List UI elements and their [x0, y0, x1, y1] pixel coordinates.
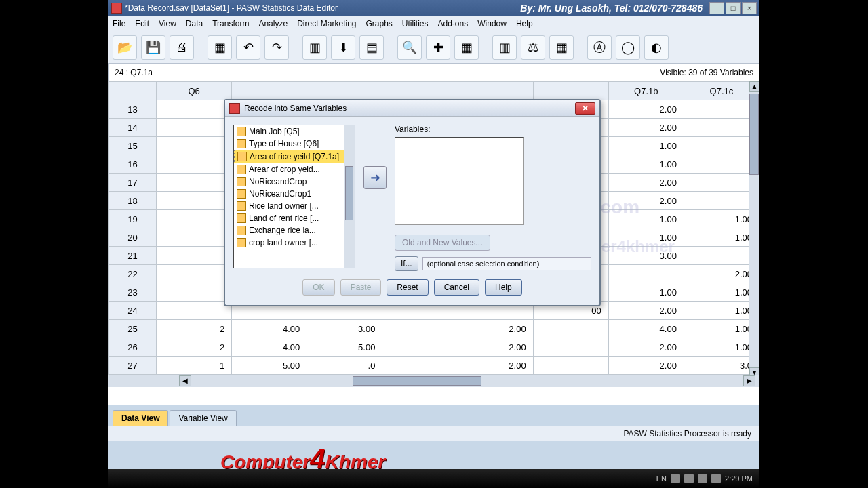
list-item[interactable]: Arear of crop yeid...	[234, 163, 355, 176]
variable-icon	[237, 214, 246, 223]
menu-addons[interactable]: Add-ons	[438, 19, 469, 28]
titlebar: *Data Record.sav [DataSet1] - PASW Stati…	[108, 0, 760, 16]
menubar: File Edit View Data Transform Analyze Di…	[108, 16, 760, 31]
scroll-right-icon[interactable]: ▶	[743, 375, 755, 386]
network-icon[interactable]	[711, 474, 721, 483]
insert-cases-icon[interactable]: ✚	[426, 35, 450, 60]
recall-dialog-icon[interactable]: ▦	[208, 35, 232, 60]
vertical-scrollbar[interactable]: ▲ ▼	[749, 81, 760, 378]
dialog-buttons: OK Paste Reset Cancel Help	[225, 279, 599, 305]
list-scroll-thumb[interactable]	[345, 166, 353, 220]
list-item[interactable]: Rice land owner [...	[234, 200, 355, 212]
tray-icon[interactable]	[671, 474, 680, 483]
view-tabs: Data View Variable View	[108, 405, 760, 426]
menu-direct-marketing[interactable]: Direct Marketing	[297, 19, 356, 28]
variable-icon	[237, 226, 246, 235]
vertical-scroll-thumb[interactable]	[749, 94, 759, 175]
list-item[interactable]: Type of House [Q6]	[234, 138, 355, 150]
status-text: PASW Statistics Processor is ready	[624, 429, 752, 439]
split-file-icon[interactable]: ▥	[492, 35, 517, 60]
cell-reference: 24 : Q7.1a	[109, 68, 224, 77]
window-title: *Data Record.sav [DataSet1] - PASW Stati…	[125, 3, 520, 13]
horizontal-scroll-thumb[interactable]	[353, 376, 481, 386]
tab-variable-view[interactable]: Variable View	[170, 410, 236, 426]
value-labels-icon[interactable]: Ⓐ	[587, 35, 612, 60]
goto-case-icon[interactable]: ▥	[302, 35, 327, 60]
undo-icon[interactable]: ↶	[236, 35, 260, 60]
menu-help[interactable]: Help	[516, 19, 533, 28]
old-new-values-button[interactable]: Old and New Values...	[395, 235, 490, 251]
variable-icon	[237, 189, 246, 199]
title-byline: By: Mr. Ung Lasokh, Tel: 012/070-728486	[520, 3, 703, 14]
visible-variables: Visible: 39 of 39 Variables	[654, 68, 759, 77]
minimize-button[interactable]: _	[709, 2, 724, 14]
list-item[interactable]: NoRiceandCrop	[234, 176, 355, 188]
variables-icon[interactable]: ▤	[359, 35, 384, 60]
menu-data[interactable]: Data	[186, 19, 203, 28]
list-item[interactable]: Main Job [Q5]	[234, 125, 355, 138]
dialog-close-button[interactable]: ✕	[575, 102, 595, 115]
weight-cases-icon[interactable]: ⚖	[521, 35, 545, 60]
dialog-titlebar: Recode into Same Variables ✕	[225, 100, 599, 117]
menu-edit[interactable]: Edit	[135, 19, 149, 28]
list-item[interactable]: Exchange rice la...	[234, 224, 355, 237]
list-item[interactable]: NoRiceandCrop1	[234, 188, 355, 200]
menu-graphs[interactable]: Graphs	[366, 19, 392, 28]
if-button[interactable]: If...	[395, 256, 418, 271]
variable-icon	[237, 152, 247, 161]
list-item[interactable]: Area of rice yeild [Q7.1a]	[234, 150, 355, 163]
list-item[interactable]: Land of rent rice [...	[234, 212, 355, 224]
menu-transform[interactable]: Transform	[212, 19, 249, 28]
redo-icon[interactable]: ↷	[264, 35, 289, 60]
find-icon[interactable]: 🔍	[397, 35, 422, 60]
scroll-left-icon[interactable]: ◀	[179, 375, 191, 386]
statusbar: PASW Statistics Processor is ready	[108, 426, 760, 441]
dialog-title: Recode into Same Variables	[244, 104, 575, 113]
tray-icon[interactable]	[684, 474, 694, 483]
cancel-button[interactable]: Cancel	[434, 279, 479, 296]
app-icon	[111, 3, 122, 14]
list-scrollbar[interactable]	[344, 125, 355, 268]
menu-utilities[interactable]: Utilities	[402, 19, 429, 28]
infobar: 24 : Q7.1a Visible: 39 of 39 Variables	[108, 64, 760, 81]
variable-icon	[237, 177, 246, 186]
open-icon[interactable]: 📂	[113, 35, 137, 60]
system-tray[interactable]: EN 2:29 PM	[656, 474, 753, 483]
clock[interactable]: 2:29 PM	[725, 474, 753, 483]
tab-data-view[interactable]: Data View	[113, 410, 168, 426]
use-sets-icon[interactable]: ◯	[616, 35, 640, 60]
horizontal-scrollbar[interactable]: ◀ ▶	[108, 375, 760, 387]
scroll-up-icon[interactable]: ▲	[749, 81, 760, 92]
variable-icon	[237, 201, 246, 211]
variable-icon	[237, 139, 246, 148]
paste-button[interactable]: Paste	[340, 279, 382, 296]
show-all-icon[interactable]: ◐	[644, 35, 669, 60]
source-variable-list[interactable]: Main Job [Q5]Type of House [Q6]Area of r…	[233, 125, 355, 268]
help-button[interactable]: Help	[485, 279, 522, 296]
save-icon[interactable]: 💾	[141, 35, 165, 60]
maximize-button[interactable]: □	[726, 2, 741, 14]
menu-analyze[interactable]: Analyze	[258, 19, 288, 28]
recode-dialog: Recode into Same Variables ✕ Main Job [Q…	[224, 99, 601, 306]
menu-window[interactable]: Window	[477, 19, 507, 28]
variable-icon	[237, 127, 246, 136]
toolbar: 📂 💾 🖨 ▦ ↶ ↷ ▥ ⬇ ▤ 🔍 ✚ ▦ ▥ ⚖ ▦ Ⓐ ◯ ◐	[108, 31, 760, 64]
language-indicator[interactable]: EN	[656, 474, 667, 483]
select-cases-icon[interactable]: ▦	[549, 35, 574, 60]
menu-view[interactable]: View	[159, 19, 176, 28]
ok-button[interactable]: OK	[302, 279, 334, 296]
goto-variable-icon[interactable]: ⬇	[331, 35, 355, 60]
variable-icon	[237, 238, 246, 247]
dialog-icon	[229, 103, 240, 114]
menu-file[interactable]: File	[113, 19, 125, 28]
insert-variable-icon[interactable]: ▦	[454, 35, 479, 60]
close-button[interactable]: ×	[742, 2, 757, 14]
target-variable-list[interactable]	[395, 137, 524, 225]
reset-button[interactable]: Reset	[387, 279, 428, 296]
volume-icon[interactable]	[698, 474, 707, 483]
if-condition-label: (optional case selection condition)	[422, 257, 591, 270]
print-icon[interactable]: 🖨	[170, 35, 194, 60]
move-right-button[interactable]: ➜	[363, 166, 387, 189]
list-item[interactable]: crop land owner [...	[234, 237, 355, 249]
taskbar: EN 2:29 PM	[108, 469, 760, 488]
